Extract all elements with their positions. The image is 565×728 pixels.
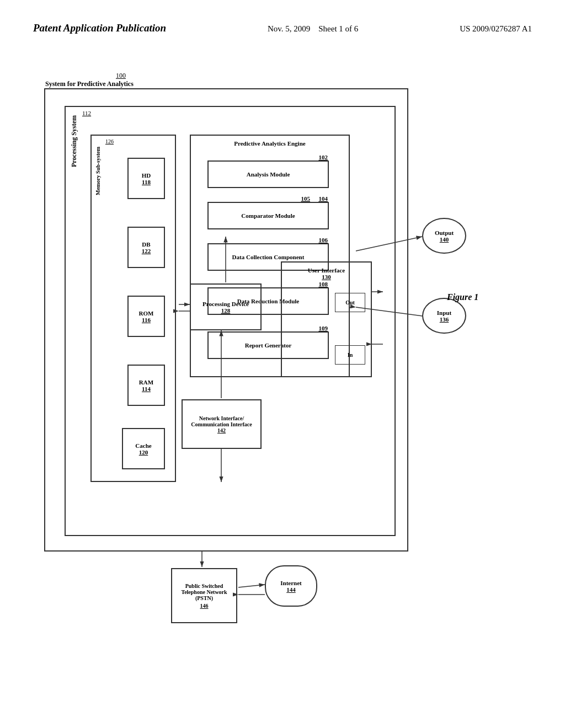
date-sheet-label: Nov. 5, 2009 Sheet 1 of 6 [268,22,358,34]
hd-box: HD 118 [127,158,165,199]
header: Patent Application Publication Nov. 5, 2… [0,0,565,34]
system-label: System for Predictive Analytics [45,80,134,88]
db-label: DB [142,241,150,248]
ui-out-box: Out [335,293,365,312]
network-interface-label: Network Interface/ Communication Interfa… [183,415,260,427]
ui-out-label: Out [345,299,355,306]
pae-label: Predictive Analytics Engine [191,140,349,147]
pstn-number: 146 [200,603,209,609]
network-interface-box: Network Interface/ Communication Interfa… [182,399,262,449]
output-ellipse: Output 140 [422,218,466,254]
user-interface-box: User Interface 130 Out In [281,261,372,377]
input-ellipse: Input 136 [422,298,466,334]
pstn-box: Public Switched Telephone Network (PSTN)… [171,568,237,623]
comparator-module-box: Comparator Module 104 105 [207,202,329,229]
hd-number: 118 [142,179,151,185]
rom-label: ROM [139,310,154,317]
db-number: 122 [142,248,151,254]
page: Patent Application Publication Nov. 5, 2… [0,0,565,728]
system-outer-box: Processing System 112 Memory Sub-system … [44,88,408,552]
patent-application-label: Patent Application Publication [33,22,166,34]
internet-number: 144 [286,586,296,593]
figure-label: Figure 1 [447,292,478,302]
analysis-module-number: 102 [319,154,328,160]
user-interface-label: User Interface [308,267,345,274]
input-label: Input [437,309,451,316]
network-interface-number: 142 [217,427,226,433]
ram-label: RAM [139,379,153,386]
processing-system-number: 112 [82,110,91,116]
internet-label: Internet [280,580,302,586]
analysis-module-label: Analysis Module [247,171,290,178]
ui-in-box: In [335,345,365,365]
pstn-label: Public Switched Telephone Network (PSTN) [174,583,234,601]
patent-number-label: US 2009/0276287 A1 [460,22,532,34]
processing-system-box: Processing System 112 Memory Sub-system … [65,106,396,536]
cache-label: Cache [135,442,151,449]
input-number: 136 [440,316,449,323]
cache-box: Cache 120 [122,428,165,469]
analysis-module-box: Analysis Module 102 [207,160,329,188]
memory-subsystem-box: Memory Sub-system 126 HD 118 DB 122 ROM [90,135,176,482]
ram-number: 114 [142,386,151,392]
sheet-label: Sheet 1 of 6 [318,24,358,33]
comparator-module-number: 104 [319,195,328,202]
db-box: DB 122 [127,227,165,268]
internet-cloud: Internet 144 [265,565,317,607]
output-number: 140 [440,236,449,243]
rom-number: 116 [142,317,151,323]
output-label: Output [435,229,454,236]
memory-subsystem-number: 126 [105,138,114,144]
svg-line-31 [238,585,265,587]
system-number: 100 [116,72,126,80]
processing-device-box: Processing Device 128 [190,283,262,330]
rom-box: ROM 116 [127,296,165,337]
cache-number: 120 [139,449,148,456]
comparator-module-label: Comparator Module [241,212,295,219]
processing-device-number: 128 [221,307,231,314]
ui-in-label: In [348,352,353,358]
data-collection-label: Data Collection Component [232,254,305,260]
comparator-module-number2: 105 [301,195,311,202]
user-interface-number: 130 [322,274,331,280]
memory-subsystem-label: Memory Sub-system [95,147,101,195]
diagram-area: System for Predictive Analytics 100 Proc… [28,72,537,695]
processing-device-label: Processing Device [202,301,249,307]
data-collection-number: 106 [319,237,328,243]
date-label: Nov. 5, 2009 [268,24,310,33]
ram-box: RAM 114 [127,365,165,406]
hd-label: HD [142,172,151,179]
processing-system-label: Processing System [70,115,78,167]
